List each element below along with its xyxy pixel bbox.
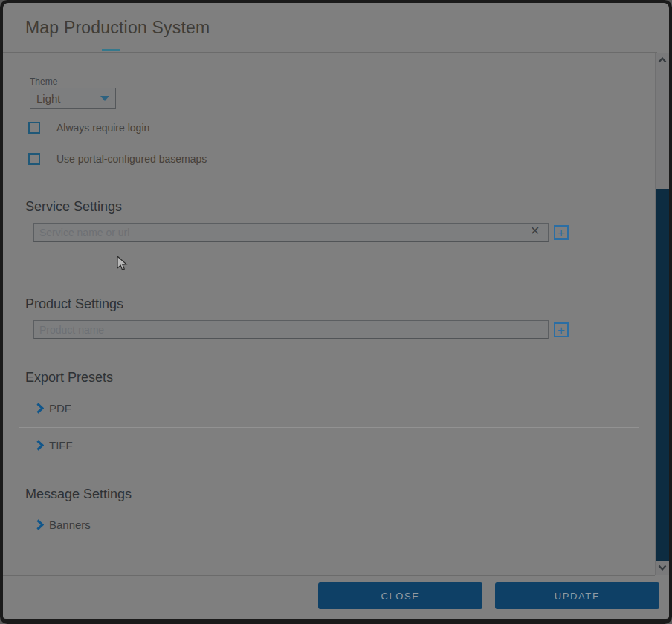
add-service-button[interactable]: + (554, 225, 569, 240)
product-name-input[interactable] (33, 320, 549, 339)
scrolled-element-remnant (102, 49, 120, 51)
portal-basemaps-row[interactable]: Use portal-configured basemaps (28, 153, 207, 165)
preset-label: PDF (49, 402, 71, 415)
scroll-up-button[interactable] (656, 54, 669, 66)
chevron-up-icon (658, 57, 667, 63)
portal-basemaps-checkbox[interactable] (28, 153, 40, 165)
export-presets-heading: Export Presets (25, 370, 113, 386)
dialog-title: Map Production System (25, 18, 210, 38)
update-button[interactable]: UPDATE (495, 582, 659, 609)
theme-selected-value: Light (36, 92, 100, 105)
scroll-down-button[interactable] (656, 562, 669, 573)
scrollbar-thumb[interactable] (656, 189, 669, 561)
close-button[interactable]: CLOSE (318, 582, 482, 609)
plus-icon: + (558, 226, 565, 240)
chevron-down-icon (658, 565, 667, 571)
banners-row[interactable]: Banners (36, 519, 91, 531)
message-settings-heading: Message Settings (25, 487, 132, 502)
service-name-input[interactable] (33, 223, 549, 242)
clear-icon[interactable]: ✕ (530, 225, 540, 237)
map-production-system-dialog: Map Production System Theme Light Always… (3, 3, 669, 619)
theme-select[interactable]: Light (30, 88, 116, 109)
service-settings-heading: Service Settings (25, 199, 122, 215)
checkbox-label: Always require login (56, 122, 149, 134)
theme-label: Theme (30, 77, 57, 87)
export-preset-tiff-row[interactable]: TIFF (36, 439, 73, 452)
always-require-login-row[interactable]: Always require login (28, 122, 149, 134)
header-divider (3, 52, 657, 53)
footer-divider (3, 575, 655, 576)
product-settings-heading: Product Settings (25, 296, 123, 312)
export-preset-pdf-row[interactable]: PDF (36, 402, 71, 415)
always-require-login-checkbox[interactable] (28, 122, 40, 134)
plus-icon: + (558, 323, 565, 337)
dialog-frame: Map Production System Theme Light Always… (0, 0, 672, 624)
checkbox-label: Use portal-configured basemaps (56, 153, 207, 165)
add-product-button[interactable]: + (554, 322, 569, 337)
chevron-right-icon (36, 519, 44, 530)
mouse-cursor (117, 256, 128, 271)
banners-label: Banners (49, 519, 91, 531)
chevron-right-icon (36, 440, 44, 451)
chevron-right-icon (36, 403, 44, 414)
preset-label: TIFF (49, 439, 73, 452)
preset-divider (19, 427, 639, 428)
vertical-scrollbar[interactable] (655, 53, 669, 575)
chevron-down-icon (100, 96, 109, 101)
